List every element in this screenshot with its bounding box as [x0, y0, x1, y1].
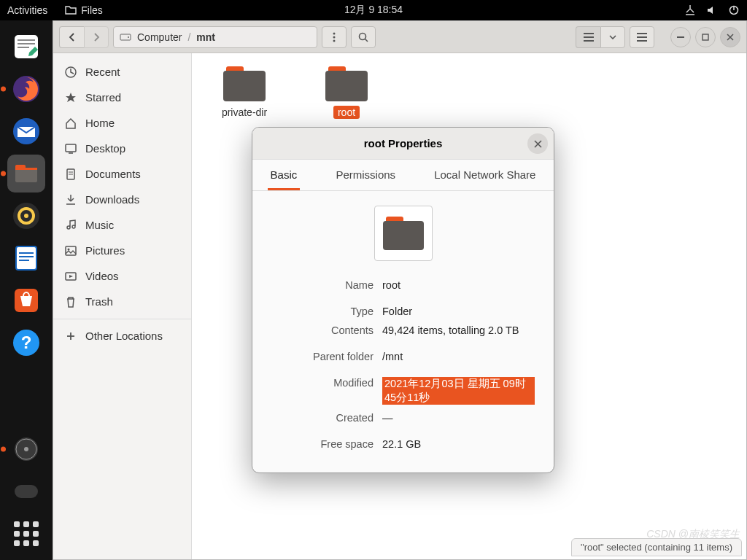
view-list-button[interactable] — [576, 26, 600, 48]
dock-rhythmbox[interactable] — [7, 197, 45, 235]
starred-icon — [65, 92, 77, 104]
maximize-button[interactable] — [695, 27, 716, 47]
svg-point-31 — [360, 33, 366, 39]
svg-point-29 — [333, 36, 336, 38]
toolbar: Computer / mnt — [53, 21, 746, 53]
svg-point-24 — [24, 447, 28, 451]
sidebar-item-documents[interactable]: Documents — [53, 161, 191, 187]
close-button[interactable] — [720, 27, 740, 47]
svg-rect-36 — [637, 33, 647, 34]
sidebar-item-desktop[interactable]: Desktop — [53, 136, 191, 161]
volume-icon[interactable] — [706, 4, 718, 16]
svg-rect-3 — [18, 39, 35, 41]
svg-rect-14 — [16, 246, 36, 270]
label-name: Name — [271, 279, 374, 291]
svg-point-30 — [333, 39, 336, 42]
dialog-close-button[interactable] — [527, 133, 548, 154]
sidebar-item-music[interactable]: Music — [53, 212, 191, 238]
sidebar-item-videos[interactable]: Videos — [53, 263, 191, 289]
dock-disk[interactable] — [7, 430, 45, 468]
show-applications[interactable] — [7, 515, 45, 553]
sidebar-item-trash[interactable]: Trash — [53, 289, 191, 314]
sidebar-item-other[interactable]: Other Locations — [53, 319, 191, 349]
sidebar-item-label: Other Locations — [85, 330, 163, 342]
power-icon[interactable] — [728, 4, 740, 16]
clock[interactable]: 12月 9 18:54 — [344, 4, 403, 17]
dialog-title-bar[interactable]: root Properties — [252, 128, 554, 160]
svg-rect-10 — [15, 168, 37, 170]
file-item[interactable]: root — [310, 66, 383, 119]
recent-icon — [65, 66, 77, 78]
value-modified: 2021年12月03日 星期五 09时45分11秒 — [382, 377, 535, 405]
sidebar-item-label: Home — [85, 117, 115, 129]
search-icon — [358, 32, 368, 42]
label-parent: Parent folder — [271, 351, 374, 362]
svg-rect-39 — [677, 36, 684, 38]
view-dropdown-button[interactable] — [600, 26, 625, 48]
search-button[interactable] — [351, 26, 376, 48]
dock-thunderbird[interactable] — [7, 112, 45, 150]
svg-point-27 — [128, 36, 129, 38]
path-menu-button[interactable] — [322, 26, 347, 48]
sidebar-item-home[interactable]: Home — [53, 110, 191, 136]
path-root[interactable]: Computer — [137, 31, 182, 43]
svg-text:?: ? — [21, 332, 32, 352]
pictures-icon — [65, 245, 77, 257]
tab-network-share[interactable]: Local Network Share — [431, 160, 538, 190]
dock-software[interactable] — [7, 281, 45, 319]
other-icon — [65, 330, 77, 342]
svg-rect-41 — [66, 144, 76, 152]
dock-firefox[interactable] — [7, 70, 45, 108]
desktop-icon — [65, 143, 77, 155]
documents-icon — [65, 168, 77, 180]
dialog-tabs: Basic Permissions Local Network Share — [252, 160, 554, 191]
folder-icon — [65, 5, 77, 15]
label-type: Type — [271, 306, 374, 317]
folder-preview — [374, 206, 433, 261]
back-button[interactable] — [59, 26, 84, 48]
file-item[interactable]: private-dir — [208, 66, 281, 119]
sidebar-item-starred[interactable]: Starred — [53, 85, 191, 110]
dock: ? — [0, 20, 53, 560]
svg-point-28 — [333, 32, 336, 34]
minimize-button[interactable] — [670, 27, 691, 47]
properties-dialog: root Properties Basic Permissions Local … — [252, 127, 554, 473]
value-contents: 49,424 items, totalling 2.0 TB — [382, 324, 535, 336]
sidebar-item-label: Music — [85, 219, 114, 231]
dock-removable[interactable] — [7, 472, 45, 510]
svg-rect-34 — [584, 36, 594, 38]
dialog-title: root Properties — [364, 137, 443, 149]
label-free: Free space — [271, 438, 374, 450]
dock-text-editor[interactable] — [7, 28, 45, 66]
sidebar-item-downloads[interactable]: Downloads — [53, 187, 191, 212]
home-icon — [65, 117, 77, 129]
svg-rect-38 — [637, 40, 647, 42]
path-segment[interactable]: mnt — [196, 31, 215, 43]
videos-icon — [65, 271, 77, 282]
trash-icon — [65, 296, 77, 308]
app-menu[interactable]: Files — [65, 4, 103, 16]
drive-icon — [120, 32, 131, 42]
dock-files[interactable] — [7, 155, 45, 192]
downloads-icon — [65, 194, 77, 206]
svg-rect-47 — [66, 246, 76, 255]
sidebar-item-pictures[interactable]: Pictures — [53, 238, 191, 263]
network-icon[interactable] — [684, 4, 696, 16]
file-label: root — [333, 106, 360, 119]
hamburger-menu-button[interactable] — [630, 26, 654, 48]
value-name: root — [382, 279, 535, 291]
value-type: Folder — [382, 306, 535, 317]
forward-button[interactable] — [84, 26, 109, 48]
dock-writer[interactable] — [7, 239, 45, 277]
label-created: Created — [271, 412, 374, 424]
svg-rect-17 — [19, 256, 34, 257]
activities-button[interactable]: Activities — [7, 4, 47, 16]
path-bar[interactable]: Computer / mnt — [113, 26, 317, 48]
apps-grid-icon — [14, 521, 39, 546]
sidebar-item-label: Pictures — [85, 244, 125, 257]
tab-permissions[interactable]: Permissions — [333, 160, 398, 190]
svg-rect-18 — [19, 260, 29, 261]
sidebar-item-recent[interactable]: Recent — [53, 59, 191, 85]
tab-basic[interactable]: Basic — [268, 160, 301, 190]
dock-help[interactable]: ? — [7, 324, 45, 362]
